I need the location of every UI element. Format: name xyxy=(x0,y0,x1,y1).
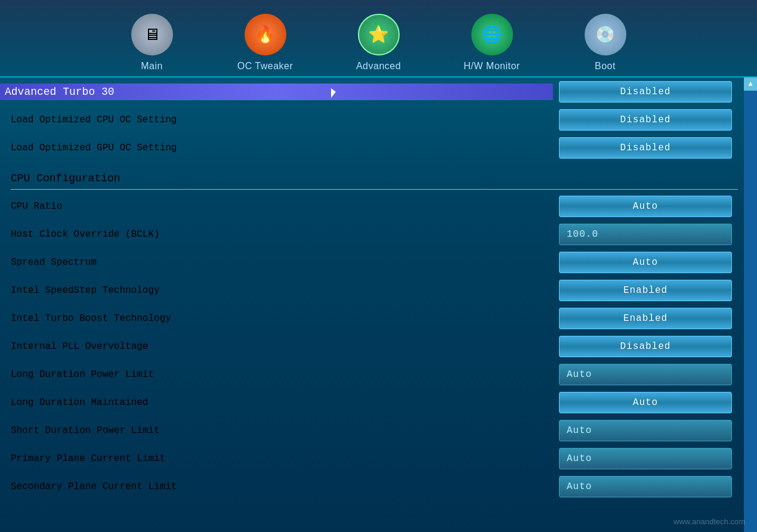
row-turbo-boost[interactable]: Intel Turbo Boost Technology Enabled xyxy=(0,304,744,332)
value-turbo-boost[interactable]: Enabled xyxy=(553,308,744,329)
input-auto-spcl[interactable]: Auto xyxy=(559,476,732,497)
value-pll[interactable]: Disabled xyxy=(553,336,744,357)
input-auto-sdpl[interactable]: Auto xyxy=(559,420,732,441)
row-secondary-plane[interactable]: Secondary Plane Current Limit Auto xyxy=(0,472,744,500)
watermark: www.anandtech.com xyxy=(673,517,745,526)
value-spread-spectrum[interactable]: Auto xyxy=(553,252,744,273)
row-cpu-oc[interactable]: Load Optimized CPU OC Setting Disabled xyxy=(0,106,744,134)
nav-item-oc-tweaker[interactable]: 🔥 OC Tweaker xyxy=(209,11,322,76)
nav-item-main[interactable]: 🖥 Main xyxy=(95,11,209,76)
text-spread-spectrum: Spread Spectrum xyxy=(11,257,97,268)
row-long-duration-power[interactable]: Long Duration Power Limit Auto xyxy=(0,360,744,388)
value-advanced-turbo-30[interactable]: Disabled xyxy=(553,81,744,103)
row-speedstep[interactable]: Intel SpeedStep Technology Enabled xyxy=(0,276,744,304)
label-advanced-turbo-30: Advanced Turbo 30 xyxy=(0,83,553,100)
label-secondary-plane: Secondary Plane Current Limit xyxy=(0,479,553,494)
hw-icon: 🌐 xyxy=(471,14,513,55)
nav-item-boot[interactable]: 💿 Boot xyxy=(549,11,662,76)
row-long-duration-maint[interactable]: Long Duration Maintained Auto xyxy=(0,388,744,416)
btn-enabled-speedstep[interactable]: Enabled xyxy=(559,280,732,301)
text-gpu-oc: Load Optimized GPU OC Setting xyxy=(11,143,177,153)
text-cpu-config: CPU Configuration xyxy=(11,172,120,184)
value-speedstep[interactable]: Enabled xyxy=(553,280,744,301)
row-cpu-config-header: CPU Configuration xyxy=(0,168,744,189)
settings-area: Advanced Turbo 30 Disabled Load Optimize… xyxy=(0,78,744,532)
label-pll: Internal PLL Overvoltage xyxy=(0,339,553,354)
input-auto-ldpl[interactable]: Auto xyxy=(559,364,732,385)
btn-disabled-3[interactable]: Disabled xyxy=(559,137,732,159)
text-secondary-plane: Secondary Plane Current Limit xyxy=(11,481,177,492)
nav-label-boot: Boot xyxy=(595,61,616,72)
advanced-icon: ⭐ xyxy=(358,14,400,55)
top-navigation: 🖥 Main 🔥 OC Tweaker ⭐ Advanced 🌐 H/W Mon… xyxy=(0,0,757,78)
advanced-icon-area: ⭐ xyxy=(355,11,403,58)
btn-disabled-1[interactable]: Disabled xyxy=(559,81,732,103)
label-host-clock: Host Clock Override (BCLK) xyxy=(0,227,553,242)
value-cpu-ratio[interactable]: Auto xyxy=(553,196,744,217)
value-short-duration[interactable]: Auto xyxy=(553,420,744,441)
main-icon-area: 🖥 xyxy=(128,11,176,58)
btn-enabled-turbo[interactable]: Enabled xyxy=(559,308,732,329)
value-gpu-oc[interactable]: Disabled xyxy=(553,137,744,159)
label-cpu-oc: Load Optimized CPU OC Setting xyxy=(0,112,553,128)
label-cpu-ratio: CPU Ratio xyxy=(0,199,553,214)
oc-icon-area: 🔥 xyxy=(242,11,289,58)
btn-disabled-2[interactable]: Disabled xyxy=(559,109,732,131)
section-divider xyxy=(11,189,738,190)
text-long-duration-power: Long Duration Power Limit xyxy=(11,369,154,380)
row-host-clock[interactable]: Host Clock Override (BCLK) 100.0 xyxy=(0,220,744,248)
text-long-duration-maint: Long Duration Maintained xyxy=(11,397,148,408)
input-host-clock[interactable]: 100.0 xyxy=(559,224,732,245)
scroll-up-button[interactable]: ▲ xyxy=(744,78,757,91)
text-host-clock: Host Clock Override (BCLK) xyxy=(11,229,160,240)
row-short-duration[interactable]: Short Duration Power Limit Auto xyxy=(0,416,744,444)
label-spread-spectrum: Spread Spectrum xyxy=(0,255,553,270)
value-secondary-plane[interactable]: Auto xyxy=(553,476,744,497)
btn-auto-spread[interactable]: Auto xyxy=(559,252,732,273)
scrollbar[interactable]: ▲ xyxy=(744,78,757,532)
input-auto-ppcl[interactable]: Auto xyxy=(559,448,732,469)
text-advanced-turbo-30: Advanced Turbo 30 xyxy=(5,86,115,98)
row-cpu-ratio[interactable]: CPU Ratio Auto xyxy=(0,192,744,220)
row-spread-spectrum[interactable]: Spread Spectrum Auto xyxy=(0,248,744,276)
label-long-duration-maint: Long Duration Maintained xyxy=(0,395,553,410)
row-primary-plane[interactable]: Primary Plane Current Limit Auto xyxy=(0,444,744,472)
scroll-track[interactable] xyxy=(744,91,757,532)
main-content-area: Advanced Turbo 30 Disabled Load Optimize… xyxy=(0,78,757,532)
oc-icon: 🔥 xyxy=(245,14,286,55)
nav-label-advanced: Advanced xyxy=(356,61,401,72)
label-turbo-boost: Intel Turbo Boost Technology xyxy=(0,311,553,326)
main-icon: 🖥 xyxy=(131,14,173,55)
text-cpu-oc: Load Optimized CPU OC Setting xyxy=(11,115,177,125)
hw-icon-area: 🌐 xyxy=(468,11,516,58)
value-host-clock[interactable]: 100.0 xyxy=(553,224,744,245)
btn-disabled-pll[interactable]: Disabled xyxy=(559,336,732,357)
label-cpu-config: CPU Configuration xyxy=(0,170,553,187)
label-speedstep: Intel SpeedStep Technology xyxy=(0,283,553,298)
row-gpu-oc[interactable]: Load Optimized GPU OC Setting Disabled xyxy=(0,134,744,162)
nav-item-hw-monitor[interactable]: 🌐 H/W Monitor xyxy=(435,11,549,76)
text-cpu-ratio: CPU Ratio xyxy=(11,201,62,212)
text-turbo-boost: Intel Turbo Boost Technology xyxy=(11,313,171,324)
row-pll[interactable]: Internal PLL Overvoltage Disabled xyxy=(0,332,744,360)
text-primary-plane: Primary Plane Current Limit xyxy=(11,453,165,464)
boot-icon: 💿 xyxy=(585,14,626,55)
value-cpu-oc[interactable]: Disabled xyxy=(553,109,744,131)
row-advanced-turbo-30[interactable]: Advanced Turbo 30 Disabled xyxy=(0,78,744,106)
text-short-duration: Short Duration Power Limit xyxy=(11,425,160,436)
label-long-duration-power: Long Duration Power Limit xyxy=(0,367,553,382)
label-primary-plane: Primary Plane Current Limit xyxy=(0,451,553,466)
value-long-duration-power[interactable]: Auto xyxy=(553,364,744,385)
nav-item-advanced[interactable]: ⭐ Advanced xyxy=(322,11,435,76)
boot-icon-area: 💿 xyxy=(582,11,629,58)
text-speedstep: Intel SpeedStep Technology xyxy=(11,285,160,296)
nav-label-main: Main xyxy=(141,61,163,72)
btn-auto-cpu-ratio[interactable]: Auto xyxy=(559,196,732,217)
label-gpu-oc: Load Optimized GPU OC Setting xyxy=(0,140,553,156)
value-primary-plane[interactable]: Auto xyxy=(553,448,744,469)
label-short-duration: Short Duration Power Limit xyxy=(0,423,553,438)
nav-label-hw: H/W Monitor xyxy=(464,61,520,72)
value-long-duration-maint[interactable]: Auto xyxy=(553,392,744,413)
nav-label-oc: OC Tweaker xyxy=(237,61,293,72)
btn-auto-ldm[interactable]: Auto xyxy=(559,392,732,413)
